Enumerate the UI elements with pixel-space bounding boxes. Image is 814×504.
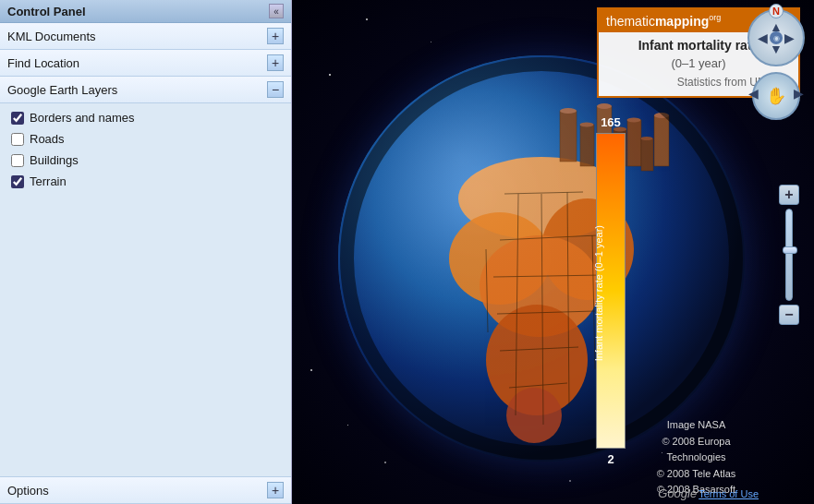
pan-right-button[interactable]: ▶ [784, 30, 795, 45]
borders-checkbox[interactable] [11, 112, 24, 125]
compass-ring: N ▲ ▼ ◀ ▶ ◉ [747, 9, 805, 66]
terms-of-use-link[interactable]: Terms of Use [699, 488, 759, 499]
find-location-label: Find Location [7, 56, 79, 70]
legend-color-bar [596, 133, 626, 449]
roads-label: Roads [30, 132, 65, 146]
brand-bold: mapping [655, 14, 709, 29]
tilt-widget[interactable]: ◀ ✋ ▶ [752, 72, 800, 120]
north-indicator: N [769, 4, 784, 18]
attribution-line2: © 2008 Europa Technologies [634, 434, 759, 466]
panel-title: Control Panel [7, 5, 86, 18]
kml-documents-section[interactable]: KML Documents + [0, 23, 291, 50]
map-area[interactable]: 165 2 Infant mortality rate (0–1 year) t… [292, 0, 814, 504]
zoom-control: + − [779, 185, 799, 325]
kml-documents-add-button[interactable]: + [267, 28, 284, 44]
legend-min-value: 2 [607, 452, 614, 466]
google-earth-layers-section[interactable]: Google Earth Layers − [0, 77, 291, 103]
google-label: Google [658, 486, 697, 500]
buildings-label: Buildings [30, 153, 79, 167]
zoom-in-button[interactable]: + [779, 185, 799, 205]
zoom-out-button[interactable]: − [779, 305, 799, 325]
tilt-left-button[interactable]: ◀ [748, 86, 759, 106]
tilt-hand-icon: ✋ [766, 86, 786, 106]
options-label: Options [7, 484, 49, 498]
globe[interactable] [338, 55, 745, 462]
google-earth-layers-collapse-button[interactable]: − [267, 81, 284, 98]
tilt-arrows: ◀ ✋ ▶ [748, 86, 804, 106]
legend: 165 2 [588, 115, 634, 466]
brand-suffix: org [709, 13, 721, 22]
borders-layer-item: Borders and names [11, 111, 280, 125]
find-location-section[interactable]: Find Location + [0, 50, 291, 77]
roads-layer-item: Roads [11, 132, 280, 146]
attribution-line1: Image NASA [634, 417, 759, 434]
zoom-thumb[interactable] [783, 246, 797, 254]
kml-documents-label: KML Documents [7, 30, 96, 43]
legend-max-value: 165 [601, 115, 621, 129]
terrain-label: Terrain [30, 174, 67, 188]
borders-label: Borders and names [30, 111, 134, 125]
options-add-button[interactable]: + [267, 482, 284, 498]
center-icon: ◉ [773, 34, 780, 42]
tilt-right-button[interactable]: ▶ [794, 86, 804, 106]
compass-widget[interactable]: N ▲ ▼ ◀ ▶ ◉ [747, 9, 805, 66]
layers-section: Borders and names Roads Buildings Terrai… [0, 103, 291, 297]
navigation-controls: N ▲ ▼ ◀ ▶ ◉ ◀ ✋ ▶ [747, 9, 805, 120]
attribution-line3: © 2008 Tele Atlas [634, 466, 759, 483]
buildings-layer-item: Buildings [11, 153, 280, 167]
roads-checkbox[interactable] [11, 133, 24, 146]
pan-left-button[interactable]: ◀ [758, 30, 768, 45]
control-panel: Control Panel « KML Documents + Find Loc… [0, 0, 292, 504]
options-section[interactable]: Options + [0, 476, 291, 504]
terrain-checkbox[interactable] [11, 175, 24, 188]
panel-collapse-button[interactable]: « [269, 4, 284, 18]
brand-thin: thematic [606, 14, 655, 29]
buildings-checkbox[interactable] [11, 154, 24, 167]
google-logo: Google Terms of Use [658, 486, 759, 500]
compass-arrows: ▲ ▼ ◀ ▶ ◉ [758, 19, 795, 56]
globe-content [338, 55, 745, 462]
compass-center: ◉ [770, 31, 783, 44]
find-location-add-button[interactable]: + [267, 54, 284, 71]
panel-header: Control Panel « [0, 0, 291, 23]
google-earth-layers-label: Google Earth Layers [7, 83, 117, 97]
terrain-layer-item: Terrain [11, 174, 280, 188]
info-subtitle-text: (0–1 year) [671, 56, 725, 70]
zoom-track[interactable] [785, 209, 793, 301]
